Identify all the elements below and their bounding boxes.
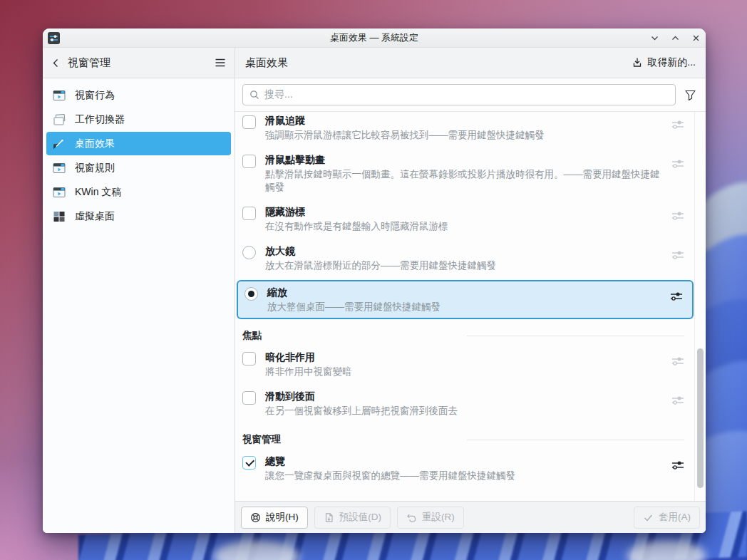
effect-row[interactable]: 暗化非作用 將非作用中視窗變暗 [242, 345, 687, 384]
effect-title: 縮放 [267, 286, 659, 299]
defaults-icon [324, 512, 334, 523]
effect-row[interactable]: 焦點 [242, 329, 687, 342]
filter-icon[interactable] [684, 88, 697, 102]
effect-description: 強調顯示滑鼠游標讓它比較容易被找到——需要用鍵盤快捷鍵觸發 [265, 129, 661, 142]
help-label: 說明(H) [266, 511, 299, 524]
effect-description: 在另一個視窗被移到上層時把視窗滑到後面去 [265, 405, 661, 418]
reset-label: 重設(R) [422, 511, 455, 524]
effect-settings-icon[interactable] [670, 156, 687, 194]
apply-label: 套用(A) [659, 511, 691, 524]
effect-row[interactable]: 視窗管理 [242, 433, 687, 446]
page-header: 桌面效果 取得新的... [235, 48, 706, 78]
effect-toggle[interactable] [242, 115, 256, 129]
check-icon [643, 512, 654, 523]
back-icon[interactable] [51, 58, 61, 68]
effect-title: 滑鼠追蹤 [265, 114, 661, 127]
effect-toggle[interactable] [242, 352, 256, 365]
effects-list: 滑鼠追蹤 強調顯示滑鼠游標讓它比較容易被找到——需要用鍵盤快捷鍵觸發 滑鼠點擊 [242, 112, 687, 488]
sidebar-item[interactable]: KWin 文稿 [46, 180, 231, 204]
effect-title: 焦點 [242, 329, 460, 342]
defaults-label: 預設值(D) [339, 511, 381, 524]
get-new-label: 取得新的... [647, 56, 696, 69]
effect-title: 滑動到後面 [265, 390, 661, 403]
effect-toggle[interactable] [244, 287, 258, 301]
effect-toggle[interactable] [242, 391, 256, 405]
effects-list-viewport: 滑鼠追蹤 強調顯示滑鼠游標讓它比較容易被找到——需要用鍵盤快捷鍵觸發 滑鼠點擊 [235, 112, 706, 501]
scrollbar-thumb[interactable] [697, 348, 704, 488]
search-row: 搜尋... [235, 78, 706, 112]
effect-title: 暗化非作用 [265, 351, 661, 363]
effect-title: 放大鏡 [265, 244, 661, 257]
app-icon [48, 32, 60, 44]
effect-settings-icon[interactable] [669, 289, 686, 313]
menu-icon[interactable] [214, 56, 227, 69]
search-icon [249, 90, 259, 100]
effect-row[interactable]: 滑鼠點擊動畫 點擊滑鼠按鍵時顯示一個動畫。這在螢幕錄影或投影片播放時很有用。——… [242, 147, 687, 199]
effect-row[interactable]: 總覽 讓您一覽虛擬桌面與視窗的總覽——需要用鍵盤快捷鍵觸發 [242, 449, 687, 488]
sidebar-item-icon [51, 88, 67, 103]
effect-row[interactable]: 滑動到後面 在另一個視窗被移到上層時把視窗滑到後面去 [242, 384, 687, 423]
footer-bar: 說明(H) 預設值(D) 重設(R) 套用(A) [235, 501, 706, 533]
reset-icon [406, 512, 417, 523]
effect-row[interactable]: 滑鼠追蹤 強調顯示滑鼠游標讓它比較容易被找到——需要用鍵盤快捷鍵觸發 [242, 112, 687, 147]
sidebar-item-icon [51, 185, 67, 200]
maximize-button[interactable] [670, 33, 680, 43]
download-icon [632, 57, 643, 68]
sidebar-item[interactable]: 虛擬桌面 [46, 204, 231, 228]
effect-title: 總覽 [265, 455, 661, 467]
effect-row[interactable]: 放大鏡 放大在滑鼠游標附近的部分——需要用鍵盤快捷鍵觸發 [242, 239, 687, 278]
effect-title: 視窗管理 [242, 433, 460, 446]
sidebar: 視窗行為 工作切換器 [43, 78, 235, 533]
sidebar-item-label: 視窗行為 [75, 89, 115, 102]
titlebar[interactable]: 桌面效果 — 系統設定 [43, 28, 706, 48]
effect-settings-icon[interactable] [670, 393, 687, 418]
sidebar-item[interactable]: 桌面效果 [46, 132, 231, 155]
effect-row[interactable]: 縮放 放大整個桌面——需要用鍵盤快捷鍵觸發 [237, 280, 694, 319]
reset-button[interactable]: 重設(R) [397, 507, 464, 529]
effect-title: 滑鼠點擊動畫 [265, 153, 661, 166]
sidebar-item-icon [51, 160, 67, 176]
sidebar-item-label: 虛擬桌面 [75, 210, 115, 223]
breadcrumb-back-label[interactable]: 視窗管理 [68, 56, 110, 70]
effect-settings-icon[interactable] [670, 247, 687, 272]
get-new-effects-button[interactable]: 取得新的... [632, 56, 696, 69]
search-input[interactable]: 搜尋... [242, 84, 676, 105]
sidebar-item-icon [51, 209, 67, 224]
header-bar: 視窗管理 桌面效果 取得新的... [43, 48, 706, 78]
effect-toggle[interactable] [242, 246, 256, 259]
main-pane: 搜尋... 滑鼠追蹤 強調顯示滑鼠游標讓它比較容易被找到——需要用鍵盤快捷鍵觸發 [235, 78, 706, 533]
effect-description: 在沒有動作或是有鍵盤輸入時隱藏滑鼠游標 [265, 220, 661, 233]
sidebar-item-label: 工作切換器 [75, 113, 125, 126]
effect-settings-icon[interactable] [670, 457, 687, 482]
effect-description: 讓您一覽虛擬桌面與視窗的總覽——需要用鍵盤快捷鍵觸發 [265, 470, 661, 482]
window-title: 桌面效果 — 系統設定 [43, 31, 706, 44]
effect-settings-icon[interactable] [670, 353, 687, 378]
effect-toggle[interactable] [242, 207, 256, 220]
defaults-button[interactable]: 預設值(D) [314, 507, 391, 529]
apply-button[interactable]: 套用(A) [634, 507, 700, 529]
effect-description: 放大整個桌面——需要用鍵盤快捷鍵觸發 [267, 301, 659, 313]
sidebar-header: 視窗管理 [43, 48, 235, 78]
effect-settings-icon[interactable] [670, 208, 687, 233]
sidebar-item[interactable]: 視窗行為 [46, 83, 231, 107]
sidebar-item-icon [51, 136, 67, 152]
help-icon [250, 512, 261, 523]
page-title: 桌面效果 [245, 56, 288, 70]
help-button[interactable]: 說明(H) [241, 507, 308, 529]
sidebar-item[interactable]: 工作切換器 [46, 108, 231, 131]
effect-description: 點擊滑鼠按鍵時顯示一個動畫。這在螢幕錄影或投影片播放時很有用。——需要用鍵盤快捷… [265, 168, 661, 194]
sidebar-item-label: KWin 文稿 [75, 186, 121, 199]
close-button[interactable] [691, 33, 701, 43]
effect-toggle[interactable] [242, 456, 256, 470]
minimize-button[interactable] [649, 33, 659, 43]
system-settings-window: 桌面效果 — 系統設定 視窗管理 桌面效果 取得新的... [43, 28, 706, 533]
sidebar-item-icon [51, 112, 67, 128]
effect-toggle[interactable] [242, 155, 256, 168]
sidebar-item-label: 桌面效果 [75, 138, 115, 150]
effect-settings-icon[interactable] [670, 117, 687, 142]
effect-description: 放大在滑鼠游標附近的部分——需要用鍵盤快捷鍵觸發 [265, 259, 661, 272]
sidebar-item[interactable]: 視窗規則 [46, 156, 231, 180]
sidebar-item-label: 視窗規則 [75, 162, 115, 175]
search-placeholder: 搜尋... [264, 88, 293, 101]
effect-row[interactable]: 隱藏游標 在沒有動作或是有鍵盤輸入時隱藏滑鼠游標 [242, 199, 687, 239]
